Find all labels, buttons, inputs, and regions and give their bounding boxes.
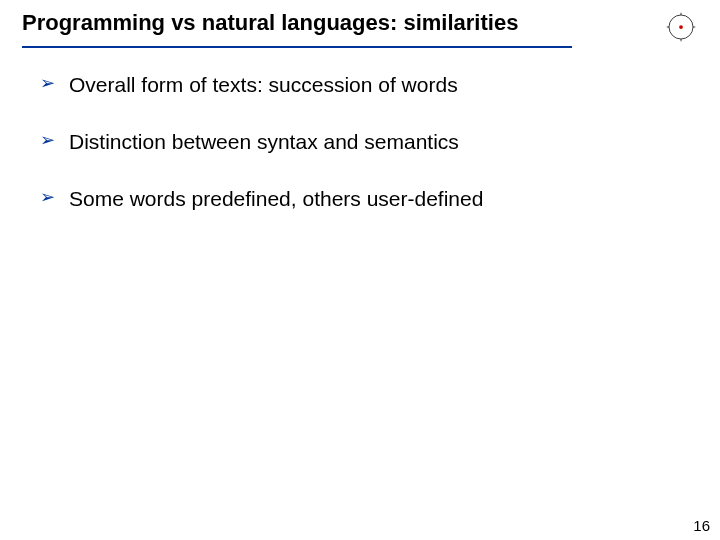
slide-container: Programming vs natural languages: simila… xyxy=(0,0,720,540)
content-area: ➢ Overall form of texts: succession of w… xyxy=(40,72,680,244)
list-item: ➢ Distinction between syntax and semanti… xyxy=(40,129,680,154)
list-item: ➢ Overall form of texts: succession of w… xyxy=(40,72,680,97)
title-underline xyxy=(22,46,572,48)
bullet-icon: ➢ xyxy=(40,74,55,94)
bullet-text: Overall form of texts: succession of wor… xyxy=(69,72,458,97)
bullet-text: Distinction between syntax and semantics xyxy=(69,129,459,154)
bullet-icon: ➢ xyxy=(40,188,55,208)
slide-title: Programming vs natural languages: simila… xyxy=(22,10,518,36)
chair-logo-icon xyxy=(666,12,696,42)
bullet-icon: ➢ xyxy=(40,131,55,151)
page-number: 16 xyxy=(693,517,710,534)
bullet-text: Some words predefined, others user-defin… xyxy=(69,186,483,211)
title-row: Programming vs natural languages: simila… xyxy=(22,10,698,36)
list-item: ➢ Some words predefined, others user-def… xyxy=(40,186,680,211)
svg-point-1 xyxy=(679,25,683,29)
